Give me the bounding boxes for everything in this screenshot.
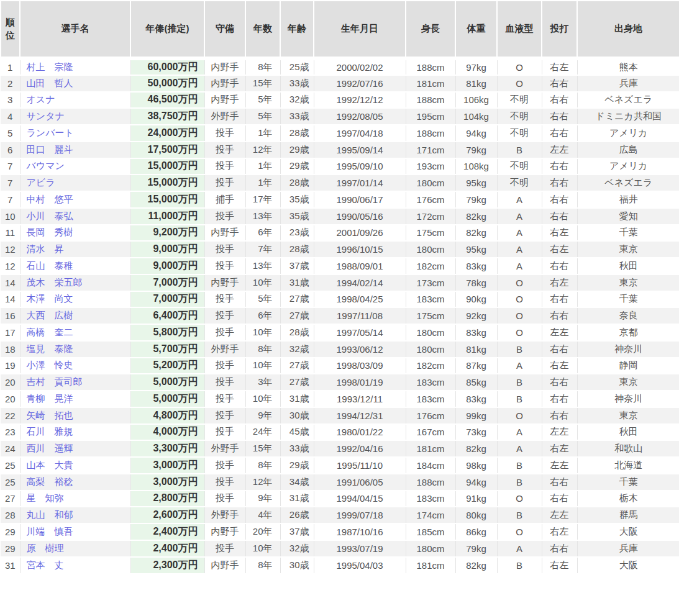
years-cell: 1年	[245, 125, 280, 142]
years-cell: 8年	[245, 557, 280, 574]
player-name-link[interactable]: 小川 泰弘	[27, 211, 73, 221]
age-cell: 33歳	[280, 440, 314, 457]
player-name-link[interactable]: 塩見 泰隆	[27, 343, 73, 354]
player-name-link[interactable]: オスナ	[27, 94, 55, 104]
blood-cell: B	[497, 557, 542, 574]
hometown-cell: 大阪	[577, 523, 679, 540]
position-cell: 投手	[204, 307, 245, 324]
position-cell: 内野手	[204, 225, 245, 242]
throwbat-cell: 左左	[542, 507, 577, 523]
player-name-link[interactable]: バウマン	[27, 160, 65, 171]
player-row: 4サンタナ38,750万円外野手5年33歳1992/08/05195cm104k…	[1, 108, 679, 125]
height-cell: 181cm	[406, 75, 455, 92]
player-name-link[interactable]: 宮本 丈	[27, 559, 64, 570]
player-name-link[interactable]: 山田 哲人	[27, 78, 73, 88]
hometown-cell: 東京	[577, 241, 679, 258]
age-cell: 27歳	[280, 291, 314, 308]
age-cell: 33歳	[280, 108, 314, 125]
years-cell: 8年	[245, 58, 280, 75]
throwbat-cell: 左左	[542, 142, 577, 158]
player-name-link[interactable]: サンタナ	[27, 111, 65, 121]
name-cell: 丸山 和郁	[20, 507, 130, 523]
player-name-link[interactable]: 木澤 尚文	[27, 293, 73, 304]
rank-cell: 7	[1, 158, 20, 175]
birth-cell: 1998/03/09	[314, 358, 406, 374]
blood-cell: A	[497, 424, 542, 441]
salary-cell: 7,000万円	[130, 274, 204, 291]
salary-cell: 60,000万円	[130, 58, 204, 75]
birth-cell: 1997/11/08	[314, 307, 406, 324]
player-row: 3オスナ46,500万円内野手5年32歳1992/12/12188cm106kg…	[1, 92, 679, 109]
age-cell: 27歳	[280, 307, 314, 324]
position-cell: 投手	[204, 474, 245, 491]
player-name-link[interactable]: 石川 雅規	[27, 426, 73, 437]
player-name-link[interactable]: 村上 宗隆	[27, 61, 73, 72]
player-name-link[interactable]: 茂木 栄五郎	[27, 277, 83, 288]
rank-cell: 3	[1, 92, 20, 109]
column-header-hometown: 出身地	[577, 1, 679, 58]
position-cell: 投手	[204, 358, 245, 374]
rank-cell: 7	[1, 191, 20, 208]
player-name-link[interactable]: 川端 慎吾	[27, 526, 73, 537]
player-name-link[interactable]: 西川 遥輝	[27, 443, 73, 453]
birth-cell: 1998/04/25	[314, 291, 406, 308]
age-cell: 30歳	[280, 407, 314, 424]
player-name-link[interactable]: 小澤 怜史	[27, 360, 73, 370]
player-row: 14木澤 尚文7,000万円投手5年27歳1998/04/25183cm90kg…	[1, 291, 679, 308]
years-cell: 10年	[245, 324, 280, 341]
player-row: 29原 樹理2,400万円投手10年32歳1993/07/19180cm79kg…	[1, 540, 679, 557]
player-name-link[interactable]: 高梨 裕稔	[27, 476, 73, 487]
player-name-link[interactable]: 青柳 晃洋	[27, 393, 73, 404]
player-name-link[interactable]: 清水 昇	[27, 243, 64, 254]
player-name-link[interactable]: 星 知弥	[27, 492, 64, 503]
weight-cell: 104kg	[455, 108, 497, 125]
age-cell: 26歳	[280, 507, 314, 523]
player-name-link[interactable]: 高橋 奎二	[27, 327, 73, 337]
years-cell: 12年	[245, 474, 280, 491]
birth-cell: 1999/07/18	[314, 507, 406, 523]
birth-cell: 1993/12/11	[314, 391, 406, 407]
blood-cell: A	[497, 258, 542, 274]
birth-cell: 1987/10/16	[314, 523, 406, 540]
weight-cell: 108kg	[455, 158, 497, 175]
player-name-link[interactable]: 吉村 貢司郎	[27, 376, 83, 387]
years-cell: 7年	[245, 241, 280, 258]
table-header-row: 順位選手名年俸(推定)守備年数年齢生年月日身長体重血液型投打出身地	[1, 1, 679, 58]
birth-cell: 1992/07/16	[314, 75, 406, 92]
years-cell: 10年	[245, 358, 280, 374]
player-name-link[interactable]: 大西 広樹	[27, 310, 73, 320]
player-name-link[interactable]: 矢崎 拓也	[27, 410, 73, 420]
hometown-cell: ドミニカ共和国	[577, 108, 679, 125]
player-row: 16大西 広樹6,400万円投手6年27歳1997/11/08175cm92kg…	[1, 307, 679, 324]
birth-cell: 2000/02/02	[314, 58, 406, 75]
salary-cell: 2,300万円	[130, 557, 204, 574]
player-name-link[interactable]: 田口 麗斗	[27, 144, 73, 155]
height-cell: 180cm	[406, 341, 455, 358]
player-name-link[interactable]: 山本 大貴	[27, 460, 73, 470]
position-cell: 投手	[204, 324, 245, 341]
player-name-link[interactable]: 長岡 秀樹	[27, 227, 73, 237]
rank-cell: 7	[1, 174, 20, 191]
birth-cell: 1995/04/03	[314, 557, 406, 574]
player-name-link[interactable]: ランバート	[27, 127, 74, 138]
weight-cell: 95kg	[455, 241, 497, 258]
weight-cell: 91kg	[455, 491, 497, 507]
years-cell: 13年	[245, 208, 280, 225]
player-name-link[interactable]: 原 樹理	[27, 543, 64, 553]
player-name-link[interactable]: アビラ	[27, 177, 55, 188]
name-cell: ランバート	[20, 125, 130, 142]
throwbat-cell: 左左	[542, 457, 577, 474]
player-name-link[interactable]: 丸山 和郁	[27, 509, 73, 520]
weight-cell: 80kg	[455, 507, 497, 523]
throwbat-cell: 右左	[542, 225, 577, 242]
hometown-cell: 千葉	[577, 225, 679, 242]
name-cell: 原 樹理	[20, 540, 130, 557]
rank-cell: 20	[1, 391, 20, 407]
height-cell: 180cm	[406, 174, 455, 191]
player-name-link[interactable]: 石山 泰稚	[27, 260, 73, 271]
hometown-cell: 秋田	[577, 258, 679, 274]
salary-cell: 5,000万円	[130, 374, 204, 391]
name-cell: 木澤 尚文	[20, 291, 130, 308]
player-name-link[interactable]: 中村 悠平	[27, 194, 73, 204]
player-row: 19小澤 怜史5,200万円投手10年27歳1998/03/09182cm87k…	[1, 358, 679, 374]
